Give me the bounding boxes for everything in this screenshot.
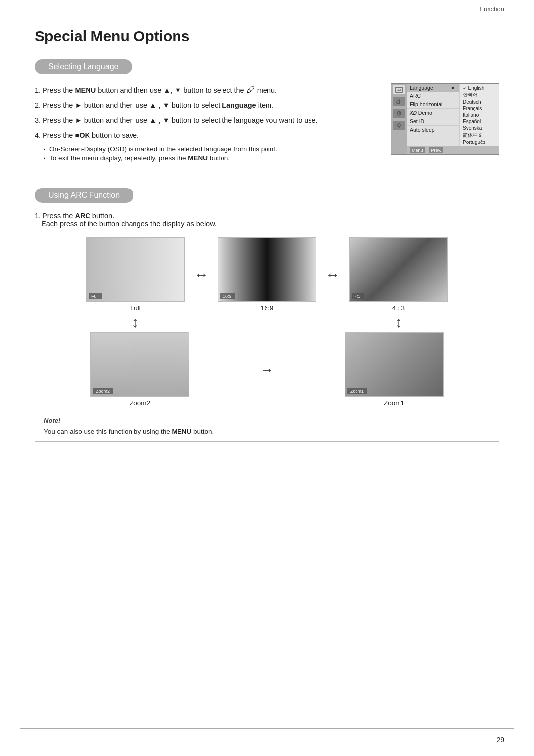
arc-box-zoom1: Zoom1 (345, 332, 444, 397)
section1-heading: Selecting Language (35, 59, 132, 74)
arc-box-zoom1-wrap: Zoom1 Zoom1 (345, 332, 444, 407)
page-number: 29 (496, 736, 504, 744)
menu-values-col: English 한국어 Deutsch Français Italiano Es… (459, 84, 499, 146)
arc-arrow-zoom2-zoom1: → (198, 361, 336, 378)
note-box: Note! You can also use this function by … (35, 422, 499, 442)
menu-left-icons (391, 84, 407, 154)
icon-setup (393, 121, 405, 130)
bottom-rule (20, 728, 514, 729)
step2: 2. Press the ► button and then use ▲ , ▼… (35, 100, 376, 111)
menu-row-flip: Flip horizontal (407, 100, 459, 109)
arc-box-43-wrap: 4:3 4 : 3 (349, 237, 448, 312)
bullet2: To exit the menu display, repeatedly, pr… (44, 154, 376, 162)
arc-vertical-arrow-left: ↕ (86, 314, 185, 331)
svg-marker-1 (397, 89, 402, 91)
page-title: Special Menu Options (35, 28, 499, 45)
note-label: Note! (42, 417, 62, 424)
section1-text: 1. Press the MENU button and then use ▲,… (35, 83, 376, 163)
arc-vertical-arrows-row: ↕ ↕ (35, 314, 499, 331)
menu-btn: Menu (410, 147, 425, 153)
svg-point-7 (398, 124, 400, 127)
menu-bottom-bar: Menu Prev. (407, 146, 499, 154)
icon-audio (393, 97, 405, 106)
arc-step1: 1. Press the ARC button. Each press of t… (35, 212, 499, 228)
icon-time (393, 109, 405, 118)
bullet-list: On-Screen-Display (OSD) is marked in the… (35, 145, 376, 162)
header-function-label: Function (0, 0, 534, 13)
arc-box-43: 4:3 (349, 237, 448, 302)
menu-row-setid: Set ID (407, 117, 459, 126)
arc-box-full-wrap: Full Full (86, 237, 185, 312)
arc-vertical-arrow-right: ↕ (349, 314, 448, 331)
arc-box-169-wrap: 16:9 16:9 (218, 237, 316, 312)
prev-btn: Prev. (429, 147, 443, 153)
section-arc-function: Using ARC Function 1. Press the ARC butt… (35, 188, 499, 442)
menu-row-arc: ARC (407, 92, 459, 100)
bullet1: On-Screen-Display (OSD) is marked in the… (44, 145, 376, 153)
menu-row-xddemo: XD Demo (407, 109, 459, 117)
arc-box-169: 16:9 (218, 237, 316, 302)
menu-row-autosleep: Auto sleep (407, 126, 459, 134)
svg-point-2 (397, 101, 400, 104)
arc-arrow-full-169: ↔ (194, 266, 209, 283)
note-text: You can also use this function by using … (44, 428, 490, 435)
menu-icon: 🖊 (246, 85, 255, 94)
section-selecting-language: Selecting Language 1. Press the MENU but… (35, 59, 499, 163)
section2-heading: Using ARC Function (35, 188, 134, 203)
step3: 3. Press the ► button and then use ▲ , ▼… (35, 115, 376, 126)
step1: 1. Press the MENU button and then use ▲,… (35, 83, 376, 96)
step4: 4. Press the ■OK button to save. (35, 130, 376, 141)
icon-picture (393, 85, 405, 94)
arc-box-full: Full (86, 237, 185, 302)
arc-diagram: Full Full ↔ 16:9 16:9 ↔ (35, 237, 499, 407)
menu-screenshot: Language ► ARC Flip horizontal (391, 83, 499, 155)
arc-box-zoom2-wrap: Zoom2 Zoom2 (90, 332, 189, 407)
svg-line-6 (399, 113, 400, 114)
svg-rect-0 (396, 87, 402, 92)
menu-row-language: Language ► (407, 84, 459, 92)
arc-box-zoom2: Zoom2 (90, 332, 189, 397)
arc-arrow-169-43: ↔ (325, 266, 340, 283)
